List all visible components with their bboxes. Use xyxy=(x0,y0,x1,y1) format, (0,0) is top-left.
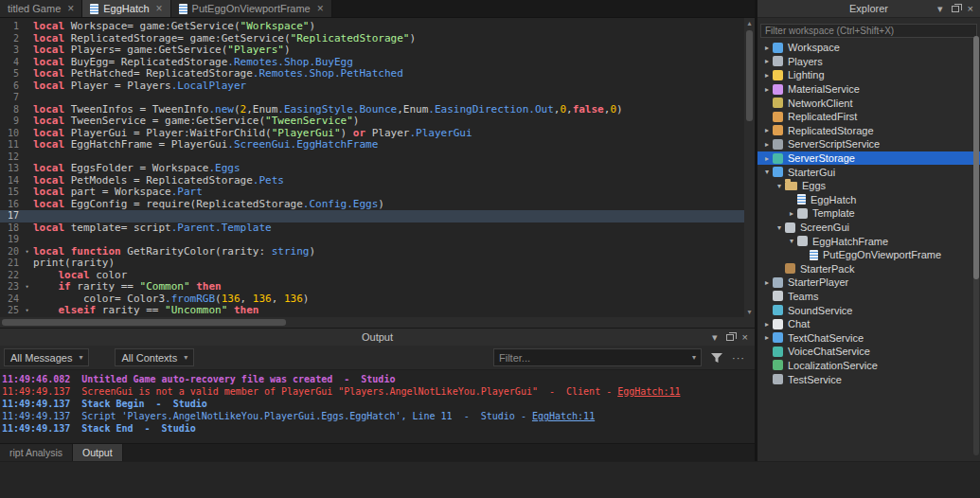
output-filter-combo[interactable]: ▾ xyxy=(493,348,702,366)
players-icon xyxy=(773,56,783,66)
chevron-right-icon[interactable]: ▸ xyxy=(786,209,797,218)
explorer-item-eggs[interactable]: ▾Eggs xyxy=(757,179,980,193)
fold-arrow-icon[interactable]: ▾ xyxy=(21,281,33,293)
explorer-item-testservice[interactable]: TestService xyxy=(757,372,980,386)
code-line-25[interactable]: 25▾ elseif rarity == "Uncommon" then xyxy=(0,305,744,317)
explorer-filter-input[interactable] xyxy=(760,24,977,38)
vertical-scrollbar-thumb[interactable] xyxy=(746,30,753,121)
line-number: 24 xyxy=(0,293,21,306)
chevron-down-icon: ▾ xyxy=(184,353,187,362)
starter-pack-icon xyxy=(785,263,795,274)
script-editor[interactable]: 1local Workspace= game:GetService("Works… xyxy=(0,18,755,328)
chevron-right-icon[interactable]: ▸ xyxy=(761,71,773,80)
explorer-item-teams[interactable]: Teams xyxy=(757,290,980,304)
chevron-right-icon[interactable]: ▸ xyxy=(761,57,773,65)
chevron-right-icon[interactable]: ▸ xyxy=(761,126,773,134)
line-number: 12 xyxy=(0,151,21,164)
chevron-right-icon[interactable]: ▸ xyxy=(761,44,773,52)
main-area: titled Game×EggHatch×PutEggOnViewportFra… xyxy=(0,0,980,461)
panel-menu-chevron-icon[interactable]: ▾ xyxy=(712,331,718,344)
explorer-item-networkclient[interactable]: NetworkClient xyxy=(757,96,980,110)
fold-spacer xyxy=(21,293,33,306)
explorer-scrollbar[interactable] xyxy=(973,36,979,455)
explorer-item-chat[interactable]: ▸Chat xyxy=(757,317,980,331)
script-link[interactable]: EggHatch:11 xyxy=(532,411,595,421)
tab-close-icon[interactable]: × xyxy=(317,4,324,13)
code-scroll-area[interactable]: 1local Workspace= game:GetService("Works… xyxy=(0,18,744,317)
explorer-item-starterpack[interactable]: StarterPack xyxy=(757,262,980,276)
explorer-item-replicatedstorage[interactable]: ▸ReplicatedStorage xyxy=(757,124,980,138)
explorer-item-players[interactable]: ▸Players xyxy=(757,55,980,69)
scroll-down-icon[interactable]: ▾ xyxy=(744,307,755,317)
explorer-item-soundservice[interactable]: SoundService xyxy=(757,303,980,317)
tab-close-icon[interactable]: × xyxy=(156,4,163,13)
close-panel-icon[interactable]: × xyxy=(742,331,748,343)
workspace-icon xyxy=(773,43,783,53)
explorer-item-template[interactable]: ▸Template xyxy=(757,206,980,221)
chevron-right-icon[interactable]: ▸ xyxy=(761,333,773,342)
code-line-11[interactable]: 11local EggHatchFrame = PlayerGui.Screen… xyxy=(0,139,744,151)
editor-horizontal-scrollbar[interactable] xyxy=(0,317,744,328)
output-filter-input[interactable] xyxy=(499,352,687,364)
chevron-down-icon[interactable]: ▾ xyxy=(692,353,696,362)
fold-spacer xyxy=(21,187,33,199)
code-line-18[interactable]: 18local template= script.Parent.Template xyxy=(0,222,744,235)
chevron-down-icon[interactable]: ▾ xyxy=(774,223,785,232)
explorer-item-egghatch[interactable]: EggHatch xyxy=(757,193,980,207)
fold-arrow-icon[interactable]: ▾ xyxy=(21,246,33,258)
line-number: 17 xyxy=(0,210,21,222)
chevron-down-icon[interactable]: ▾ xyxy=(786,237,797,245)
code-line-16[interactable]: 16local EggConfig = require(ReplicatedSt… xyxy=(0,199,744,211)
explorer-scrollbar-thumb[interactable] xyxy=(973,36,979,279)
script-icon xyxy=(797,194,806,205)
explorer-item-localizationservice[interactable]: LocalizationService xyxy=(757,359,980,373)
scroll-up-icon[interactable]: ▴ xyxy=(744,18,755,28)
chevron-down-icon: ▾ xyxy=(79,353,82,362)
close-panel-icon[interactable]: × xyxy=(968,3,973,14)
explorer-item-workspace[interactable]: ▸Workspace xyxy=(757,41,980,55)
overflow-menu-icon[interactable]: ··· xyxy=(732,352,745,364)
tab-label: PutEggOnViewportFrame xyxy=(192,3,311,14)
message-type-dropdown[interactable]: All Messages ▾ xyxy=(4,348,89,366)
fold-arrow-icon[interactable]: ▾ xyxy=(21,305,33,317)
chevron-right-icon[interactable]: ▸ xyxy=(761,154,773,163)
chevron-right-icon[interactable]: ▸ xyxy=(761,320,773,329)
horizontal-scrollbar-thumb[interactable] xyxy=(2,319,286,326)
voice-chat-service-icon xyxy=(773,347,783,357)
context-label: All Contexts xyxy=(121,352,177,364)
tab-titled-game[interactable]: titled Game× xyxy=(0,0,82,17)
explorer-item-screengui[interactable]: ▾ScreenGui xyxy=(757,221,980,235)
bottom-tab-output[interactable]: Output xyxy=(73,444,123,461)
chevron-right-icon[interactable]: ▸ xyxy=(761,140,773,149)
panel-menu-chevron-icon[interactable]: ▾ xyxy=(937,3,943,15)
filter-funnel-button[interactable] xyxy=(707,348,726,366)
tab-puteggonviewportframe[interactable]: PutEggOnViewportFrame× xyxy=(171,0,332,17)
explorer-item-label: Teams xyxy=(788,291,818,302)
explorer-item-starterplayer[interactable]: ▸StarterPlayer xyxy=(757,276,980,290)
explorer-item-voicechatservice[interactable]: VoiceChatService xyxy=(757,345,980,359)
editor-vertical-scrollbar[interactable]: ▴ ▾ xyxy=(744,18,755,317)
float-window-icon[interactable] xyxy=(726,334,734,341)
chevron-right-icon[interactable]: ▸ xyxy=(761,278,773,287)
script-link[interactable]: EggHatch:11 xyxy=(617,386,680,397)
context-dropdown[interactable]: All Contexts ▾ xyxy=(115,348,194,366)
explorer-item-puteggonviewportframe[interactable]: PutEggOnViewportFrame xyxy=(757,248,980,262)
chevron-down-icon[interactable]: ▾ xyxy=(774,182,785,190)
explorer-item-textchatservice[interactable]: ▸TextChatService xyxy=(757,330,980,345)
chevron-down-icon[interactable]: ▾ xyxy=(761,168,773,176)
bottom-tab-ript-analysis[interactable]: ript Analysis xyxy=(0,444,73,461)
material-service-icon xyxy=(773,84,783,95)
explorer-item-startergui[interactable]: ▾StarterGui xyxy=(757,165,980,179)
explorer-item-replicatedfirst[interactable]: ReplicatedFirst xyxy=(757,110,980,124)
explorer-item-label: Eggs xyxy=(802,180,826,191)
explorer-item-lighting[interactable]: ▸Lighting xyxy=(757,68,980,82)
explorer-item-serverscriptservice[interactable]: ▸ServerScriptService xyxy=(757,137,980,151)
explorer-item-egghatchframe[interactable]: ▾EggHatchFrame xyxy=(757,234,980,248)
explorer-item-serverstorage[interactable]: ▸ServerStorage xyxy=(757,151,980,166)
tab-egghatch[interactable]: EggHatch× xyxy=(82,0,170,17)
tab-close-icon[interactable]: × xyxy=(67,4,74,13)
float-window-icon[interactable] xyxy=(952,6,959,12)
code-line-6[interactable]: 6local Player = Players.LocalPlayer xyxy=(0,80,744,93)
explorer-item-materialservice[interactable]: ▸MaterialService xyxy=(757,82,980,97)
chevron-right-icon[interactable]: ▸ xyxy=(761,85,773,94)
